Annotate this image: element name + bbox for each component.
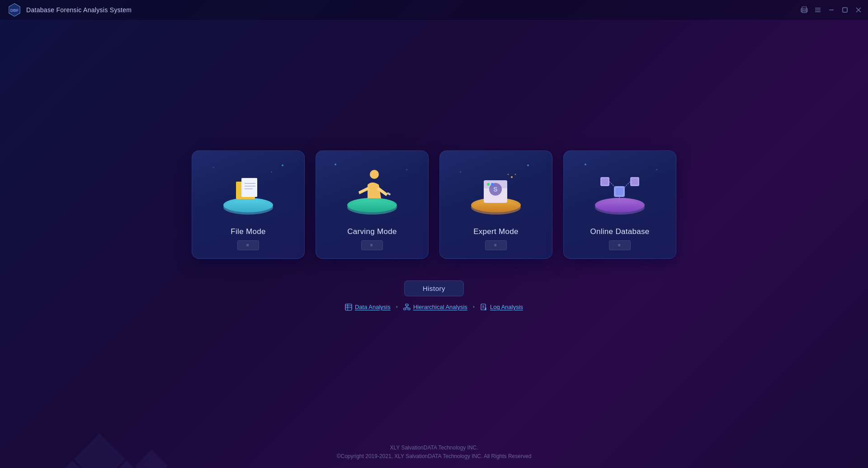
svg-rect-55 xyxy=(408,308,410,310)
expert-mode-card[interactable]: S Expert Mode xyxy=(439,150,552,259)
svg-rect-45 xyxy=(632,178,638,185)
carving-mode-card[interactable]: Carving Mode ≡ xyxy=(316,150,429,259)
svg-rect-54 xyxy=(404,308,406,310)
footer-line2: ©Copyright 2019-2021, XLY SalvationDATA … xyxy=(0,452,868,461)
svg-point-37 xyxy=(515,173,516,175)
log-analysis-link[interactable]: Log Analysis xyxy=(480,304,523,311)
print-button[interactable] xyxy=(800,6,808,14)
svg-point-34 xyxy=(491,183,494,186)
footer: XLY SalvationDATA Technology INC. ©Copyr… xyxy=(0,444,868,461)
file-mode-menu[interactable]: ≡ xyxy=(237,240,259,250)
carving-mode-menu[interactable]: ≡ xyxy=(361,240,383,250)
svg-rect-43 xyxy=(602,178,608,185)
separator-2: • xyxy=(473,304,475,310)
table-icon xyxy=(345,304,352,311)
online-database-card[interactable]: Online Database ≡ xyxy=(563,150,676,259)
svg-rect-41 xyxy=(616,188,623,195)
mode-cards-row: File Mode ≡ xyxy=(192,150,676,259)
svg-point-25 xyxy=(370,170,379,179)
svg-point-15 xyxy=(223,198,273,212)
file-mode-label: File Mode xyxy=(231,227,265,236)
svg-text:S: S xyxy=(493,186,497,193)
online-database-label: Online Database xyxy=(590,227,649,236)
file-mode-icon-area xyxy=(199,160,297,223)
svg-point-24 xyxy=(347,198,397,212)
history-section: History Data Analysis • xyxy=(345,281,523,311)
svg-point-35 xyxy=(511,176,513,178)
online-database-menu[interactable]: ≡ xyxy=(609,240,631,250)
footer-line1: XLY SalvationDATA Technology INC. xyxy=(0,444,868,452)
svg-rect-19 xyxy=(243,178,257,197)
app-logo: DBF xyxy=(7,3,22,17)
svg-rect-49 xyxy=(345,304,352,310)
separator-1: • xyxy=(396,304,398,310)
history-links: Data Analysis • Hierarchical Analysis • xyxy=(345,304,523,311)
svg-rect-26 xyxy=(387,192,391,195)
online-db-icon-area xyxy=(571,160,669,223)
expert-mode-menu[interactable]: ≡ xyxy=(485,240,507,250)
close-button[interactable] xyxy=(854,6,863,14)
menu-button[interactable] xyxy=(814,6,822,14)
app-title: Database Forensic Analysis System xyxy=(26,6,132,14)
carving-mode-label: Carving Mode xyxy=(347,227,396,236)
hierarchy-icon xyxy=(403,304,410,311)
svg-rect-63 xyxy=(485,308,486,310)
svg-rect-53 xyxy=(406,304,408,306)
maximize-button[interactable] xyxy=(841,6,849,14)
titlebar: DBF Database Forensic Analysis System xyxy=(0,0,868,20)
file-mode-card[interactable]: File Mode ≡ xyxy=(192,150,305,259)
expert-mode-icon-area: S xyxy=(447,160,545,223)
svg-point-36 xyxy=(508,173,509,175)
svg-point-6 xyxy=(806,9,807,10)
carving-mode-icon-area xyxy=(323,160,421,223)
expert-mode-label: Expert Mode xyxy=(473,227,519,236)
svg-point-33 xyxy=(487,183,490,186)
data-analysis-link[interactable]: Data Analysis xyxy=(345,304,391,311)
log-icon xyxy=(480,304,487,311)
svg-rect-11 xyxy=(843,8,847,12)
svg-text:DBF: DBF xyxy=(10,8,19,13)
main-content: File Mode ≡ xyxy=(0,20,868,468)
history-button[interactable]: History xyxy=(404,281,464,296)
titlebar-controls xyxy=(800,6,863,14)
svg-point-39 xyxy=(595,198,645,212)
hierarchical-analysis-link[interactable]: Hierarchical Analysis xyxy=(403,304,467,311)
minimize-button[interactable] xyxy=(827,6,835,14)
